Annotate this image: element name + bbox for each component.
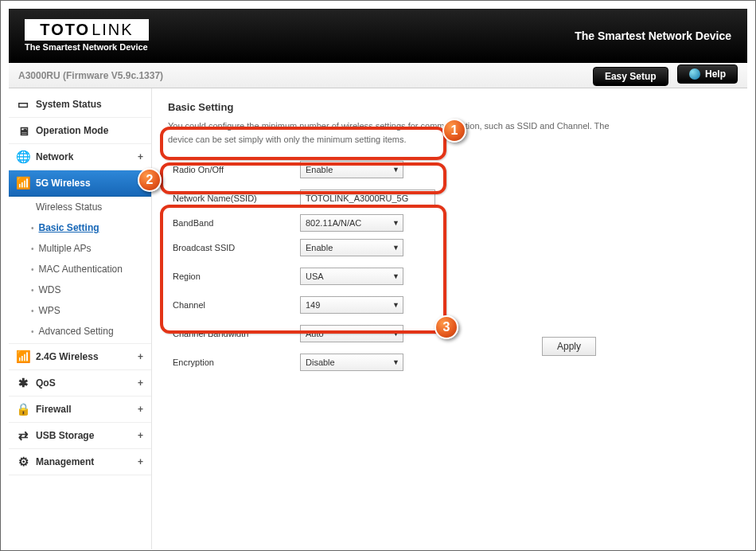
sidebar-item-firewall[interactable]: 🔒 Firewall +	[9, 397, 151, 423]
toolbar: A3000RU (Firmware V5.9c.1337) Easy Setup…	[9, 63, 747, 88]
select-value: 149	[306, 300, 320, 310]
sidebar-item-usb-storage[interactable]: ⇄ USB Storage +	[9, 423, 151, 449]
row-bandwidth: Channel Bandwidth Auto▼	[168, 319, 731, 348]
select-encryption[interactable]: Disable▼	[300, 354, 403, 371]
row-broadcast: Broadcast SSID Enable▼	[168, 233, 731, 262]
page-hint: You could configure the minimum number o…	[168, 119, 614, 146]
sidebar: ▭ System Status 🖥 Operation Mode 🌐 Netwo…	[9, 88, 152, 549]
chevron-down-icon: ▼	[392, 166, 399, 174]
sidebar-item-label: QoS	[36, 377, 56, 389]
label-band: BandBand	[173, 218, 300, 228]
expand-icon: +	[138, 456, 143, 467]
wifi-icon: 📶	[17, 177, 29, 190]
sidebar-item-network[interactable]: 🌐 Network +	[9, 144, 151, 170]
chevron-down-icon: ▼	[392, 219, 399, 227]
firmware-label: A3000RU (Firmware V5.9c.1337)	[18, 70, 163, 81]
apply-button[interactable]: Apply	[542, 337, 596, 356]
sidebar-item-label: 5G Wireless	[36, 178, 91, 189]
row-region: Region USA▼	[168, 262, 731, 291]
sidebar-item-label: Network	[36, 151, 73, 162]
logo-light: LINK	[92, 21, 133, 39]
globe-icon	[689, 68, 700, 80]
sidebar-sub-advanced[interactable]: •Advanced Setting	[9, 321, 151, 344]
select-value: USA	[306, 272, 324, 281]
row-ssid: Network Name(SSID) TOTOLINK_A3000RU_5G	[168, 184, 731, 213]
sidebar-item-system-status[interactable]: ▭ System Status	[9, 92, 151, 118]
sidebar-sub-multiple-aps[interactable]: •Multiple APs	[9, 238, 151, 259]
header-slogan: The Smartest Network Device	[575, 29, 731, 42]
label-broadcast: Broadcast SSID	[173, 243, 300, 252]
chevron-down-icon: ▼	[392, 330, 399, 338]
easy-setup-button[interactable]: Easy Setup	[593, 67, 668, 86]
sidebar-item-label: System Status	[36, 99, 102, 110]
chevron-down-icon: ▼	[392, 358, 399, 366]
logo-bold: TOTO	[40, 21, 90, 39]
lock-icon: 🔒	[17, 403, 29, 416]
sidebar-sub-label: Wireless Status	[36, 201, 102, 213]
row-radio: Radio On/Off Enable▼	[168, 155, 731, 184]
sidebar-sub-wds[interactable]: •WDS	[9, 279, 151, 300]
collapse-icon: –	[138, 178, 143, 189]
easy-setup-label: Easy Setup	[605, 71, 657, 82]
label-radio: Radio On/Off	[173, 165, 300, 174]
select-broadcast[interactable]: Enable▼	[300, 239, 403, 256]
sidebar-sub-label: WPS	[39, 305, 60, 316]
select-value: Disable	[306, 358, 335, 367]
usb-icon: ⇄	[17, 429, 29, 442]
sidebar-sub-wireless-status[interactable]: Wireless Status	[9, 197, 151, 217]
bullet-icon: •	[31, 327, 34, 336]
input-ssid[interactable]: TOTOLINK_A3000RU_5G	[300, 190, 435, 207]
qos-icon: ✱	[17, 377, 29, 389]
sidebar-sub-label: Multiple APs	[39, 243, 92, 254]
sidebar-sub-label: MAC Authentication	[39, 264, 123, 275]
select-channel[interactable]: 149▼	[300, 296, 403, 314]
logo: TOTO LINK The Smartest Network Device	[25, 19, 149, 52]
select-region[interactable]: USA▼	[300, 268, 403, 285]
expand-icon: +	[138, 151, 143, 162]
status-icon: ▭	[17, 98, 29, 111]
expand-icon: +	[138, 351, 143, 362]
body: ▭ System Status 🖥 Operation Mode 🌐 Netwo…	[9, 88, 747, 549]
network-icon: 🌐	[17, 150, 29, 163]
label-encryption: Encryption	[173, 358, 300, 367]
bullet-icon: •	[31, 286, 34, 295]
chevron-down-icon: ▼	[392, 244, 399, 252]
sidebar-item-label: Operation Mode	[36, 125, 108, 136]
expand-icon: +	[138, 430, 143, 441]
select-value: Auto	[306, 329, 324, 338]
apply-label: Apply	[557, 341, 581, 352]
sidebar-item-operation-mode[interactable]: 🖥 Operation Mode	[9, 118, 151, 144]
row-band: BandBand 802.11A/N/AC▼	[168, 213, 731, 233]
bullet-icon: •	[31, 307, 34, 315]
sidebar-sub-mac-auth[interactable]: •MAC Authentication	[9, 259, 151, 279]
help-label: Help	[705, 68, 726, 80]
page-title: Basic Setting	[168, 101, 731, 113]
sidebar-sub-wps[interactable]: •WPS	[9, 300, 151, 321]
select-band[interactable]: 802.11A/N/AC▼	[300, 214, 403, 232]
chevron-down-icon: ▼	[392, 301, 399, 309]
sidebar-item-qos[interactable]: ✱ QoS +	[9, 370, 151, 397]
sidebar-item-management[interactable]: ⚙ Management +	[9, 449, 151, 475]
sidebar-item-5g-wireless[interactable]: 📶 5G Wireless –	[9, 170, 151, 197]
toolbar-right: Easy Setup Help	[586, 64, 738, 86]
bullet-icon: •	[31, 224, 34, 233]
label-channel: Channel	[173, 300, 300, 310]
label-region: Region	[173, 272, 300, 281]
sidebar-sub-label: Basic Setting	[39, 222, 99, 233]
gear-icon: ⚙	[17, 455, 29, 468]
logo-subtitle: The Smartest Network Device	[25, 42, 149, 52]
row-channel: Channel 149▼	[168, 291, 731, 319]
wifi-icon: 📶	[17, 350, 29, 363]
expand-icon: +	[138, 404, 143, 415]
select-bandwidth[interactable]: Auto▼	[300, 325, 403, 342]
bullet-icon: •	[31, 265, 34, 274]
bullet-icon: •	[31, 244, 34, 253]
logo-text: TOTO LINK	[25, 19, 149, 41]
sidebar-sub-basic-setting[interactable]: •Basic Setting	[9, 217, 151, 238]
select-radio[interactable]: Enable▼	[300, 161, 403, 178]
expand-icon: +	[138, 377, 143, 389]
sidebar-item-24g-wireless[interactable]: 📶 2.4G Wireless +	[9, 344, 151, 370]
label-ssid: Network Name(SSID)	[173, 193, 300, 203]
help-button[interactable]: Help	[677, 64, 738, 84]
content-panel: Basic Setting You could configure the mi…	[152, 88, 747, 549]
